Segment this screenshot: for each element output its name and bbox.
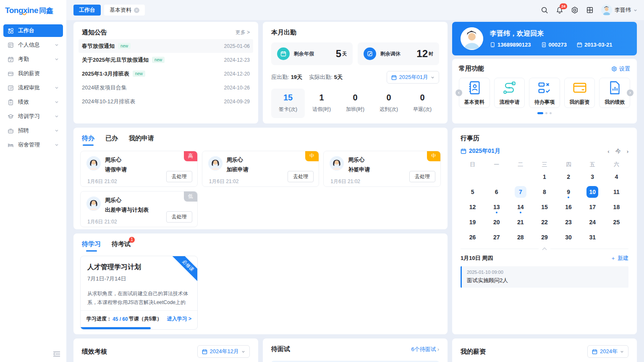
calendar-day[interactable]: 28 xyxy=(508,231,532,244)
layout-grid-icon[interactable] xyxy=(586,6,594,14)
course-card[interactable]: 必修课 人才管理学习计划 7月1日-7月14日 从求职角度，在面试前建立自己的算… xyxy=(80,256,198,330)
sidebar-item[interactable]: 绩效 xyxy=(3,96,63,108)
attendance-stat[interactable]: 0加班(时) xyxy=(338,89,372,118)
calendar-day[interactable]: 11 xyxy=(605,185,628,199)
quick-function-idcard[interactable]: 基本资料 xyxy=(459,78,490,108)
calendar-day[interactable]: 12 xyxy=(461,200,484,214)
calendar-day[interactable]: 19 xyxy=(461,215,484,229)
handle-task-button[interactable]: 去处理 xyxy=(288,171,314,182)
calendar-month-select[interactable]: 2025年01月 xyxy=(461,147,500,155)
calendar-day[interactable]: 9 xyxy=(557,185,581,199)
tab-done[interactable]: 已办 xyxy=(105,134,118,146)
tab-workbench[interactable]: 工作台 xyxy=(73,5,101,16)
calendar-next-icon[interactable]: › xyxy=(627,148,628,155)
weekday-label: 二 xyxy=(508,161,532,168)
calendar-day[interactable]: 30 xyxy=(557,231,581,244)
handle-task-button[interactable]: 去处理 xyxy=(166,211,192,223)
attendance-stat[interactable]: 0早退(次) xyxy=(406,89,439,118)
tab-todo[interactable]: 待办 xyxy=(82,134,94,146)
carousel-next-icon[interactable] xyxy=(627,89,634,96)
calendar-day[interactable]: 18 xyxy=(605,200,628,214)
quick-function-flow[interactable]: 流程申请 xyxy=(494,78,525,108)
calendar-today-button[interactable]: 今 xyxy=(615,147,621,155)
tab-close-icon[interactable]: × xyxy=(134,8,139,13)
notice-item[interactable]: 2025年1-3月排班表new2024-12-20 xyxy=(79,67,253,81)
collapse-sidebar-icon[interactable] xyxy=(53,351,60,357)
calendar-day[interactable]: 6 xyxy=(484,185,508,199)
quick-function-perfdoc[interactable]: 我的绩效 xyxy=(599,78,630,108)
calendar-day[interactable]: 21 xyxy=(508,215,532,229)
calendar-day-number: 31 xyxy=(586,231,598,243)
sidebar-item[interactable]: 宿舍管理 xyxy=(3,139,63,151)
calendar-day[interactable]: 8 xyxy=(532,185,556,199)
sidebar-item[interactable]: 个人信息 xyxy=(3,39,63,51)
handle-task-button[interactable]: 去处理 xyxy=(166,171,192,182)
carousel-prev-icon[interactable] xyxy=(456,89,462,96)
calendar-day[interactable]: 1 xyxy=(532,170,556,184)
tab-basic-info[interactable]: 基本资料 × xyxy=(104,5,145,16)
settings-gear-icon[interactable] xyxy=(571,6,579,14)
calendar-day[interactable]: 29 xyxy=(532,231,556,244)
calendar-day[interactable]: 22 xyxy=(532,215,556,229)
calendar-day[interactable]: 5 xyxy=(461,185,484,199)
calendar-day[interactable]: 31 xyxy=(581,231,605,244)
notice-item[interactable]: 关于2025年元旦节放假通知new2024-12-23 xyxy=(79,53,253,67)
new-event-button[interactable]: ＋新建 xyxy=(610,254,628,262)
handle-task-button[interactable]: 去处理 xyxy=(409,171,435,182)
learning-card: 待学习 待考试1 必修课 人才管理学习计划 7月1日-7月14日 从求职角度，在… xyxy=(73,233,448,334)
calendar-day[interactable]: 4 xyxy=(605,170,628,184)
calendar-day[interactable]: 25 xyxy=(605,215,628,229)
carousel-dot[interactable] xyxy=(537,112,543,114)
event-item[interactable]: 2025-01-10 09:00面试实施顾问2人 xyxy=(461,266,628,288)
calendar-day[interactable]: 10 xyxy=(581,185,605,199)
performance-month-select[interactable]: 2024年12月 xyxy=(197,345,250,358)
attendance-stat[interactable]: 15签卡(次) xyxy=(271,89,305,118)
attendance-month-select[interactable]: 2025年01月 xyxy=(387,71,439,84)
calendar-day[interactable]: 24 xyxy=(581,215,605,229)
quick-function-label: 待办事项 xyxy=(534,99,555,106)
quick-function-todolist[interactable]: 待办事项 xyxy=(529,78,560,108)
attendance-stat[interactable]: 1请假(时) xyxy=(305,89,338,118)
calendar-day[interactable]: 2 xyxy=(557,170,581,184)
calendar-day-number: 15 xyxy=(539,201,550,213)
sidebar-item[interactable]: 考勤 xyxy=(3,53,63,66)
calendar-day[interactable]: 27 xyxy=(484,231,508,244)
sidebar-item[interactable]: 流程审批 xyxy=(3,81,63,94)
enter-learning-link[interactable]: 进入学习 > xyxy=(167,315,191,323)
calendar-day[interactable]: 26 xyxy=(461,231,484,244)
quick-function-salarycard[interactable]: 我的薪资 xyxy=(564,78,595,108)
calendar-day[interactable]: 13 xyxy=(484,200,508,214)
calendar-day-number: 11 xyxy=(610,186,622,198)
notification-bell-icon[interactable]: 24 xyxy=(556,6,563,14)
weekday-label: 一 xyxy=(484,161,508,168)
tab-to-learn[interactable]: 待学习 xyxy=(82,240,101,252)
calendar-day[interactable]: 7 xyxy=(508,185,532,199)
calendar-day[interactable]: 16 xyxy=(557,200,581,214)
notices-more-link[interactable]: 更多 > xyxy=(236,29,250,36)
user-menu[interactable]: 李晋纬 xyxy=(601,5,637,16)
calendar-day[interactable]: 14 xyxy=(508,200,532,214)
attendance-stat[interactable]: 0迟到(次) xyxy=(372,89,406,118)
salary-year-select[interactable]: 2024年 xyxy=(587,345,628,358)
sidebar-item[interactable]: 工作台 xyxy=(3,24,63,37)
calendar-day[interactable]: 17 xyxy=(581,200,605,214)
notice-item[interactable]: 2024年10-12月排班表2024-09-29 xyxy=(79,94,253,108)
calendar-collapse-toggle[interactable] xyxy=(461,247,628,250)
carousel-dot[interactable] xyxy=(550,112,552,114)
calendar-day[interactable]: 3 xyxy=(581,170,605,184)
calendar-day[interactable]: 20 xyxy=(484,215,508,229)
notice-item[interactable]: 2024研发项目合集2024-10-26 xyxy=(79,81,253,94)
carousel-dot[interactable] xyxy=(545,112,547,114)
sidebar-item[interactable]: 培训学习 xyxy=(3,110,63,123)
calendar-prev-icon[interactable]: ‹ xyxy=(607,148,609,155)
search-icon[interactable] xyxy=(541,6,548,14)
tab-to-exam[interactable]: 待考试1 xyxy=(112,240,131,252)
sidebar-item[interactable]: 我的薪资 xyxy=(3,67,63,80)
tab-my-applications[interactable]: 我的申请 xyxy=(129,134,154,146)
interview-count-link[interactable]: 6个待面试› xyxy=(411,346,439,353)
calendar-day[interactable]: 23 xyxy=(557,215,581,229)
notice-item[interactable]: 春节放假通知new2025-01-06 xyxy=(79,39,253,53)
sidebar-item[interactable]: 招聘 xyxy=(3,124,63,137)
calendar-day[interactable]: 15 xyxy=(532,200,556,214)
quick-settings-link[interactable]: 设置 xyxy=(611,65,630,73)
